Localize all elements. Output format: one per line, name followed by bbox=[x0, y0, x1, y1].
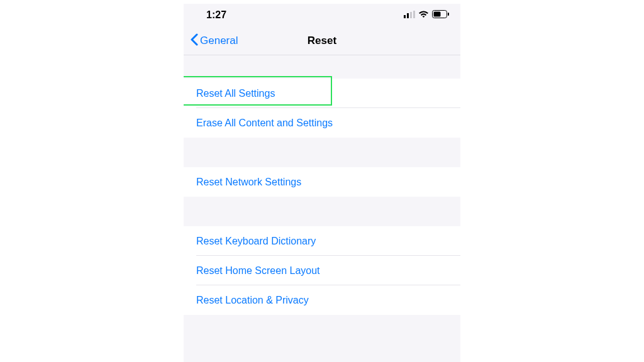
row-label: Reset Location & Privacy bbox=[196, 295, 309, 306]
row-label: Reset Keyboard Dictionary bbox=[196, 236, 316, 247]
cellular-icon bbox=[404, 9, 415, 21]
svg-rect-6 bbox=[448, 13, 449, 16]
back-button[interactable]: General bbox=[184, 33, 238, 49]
battery-icon bbox=[432, 9, 449, 21]
row-reset-all-settings[interactable]: Reset All Settings bbox=[184, 79, 460, 108]
row-erase-all-content[interactable]: Erase All Content and Settings bbox=[184, 108, 460, 138]
status-icons bbox=[404, 9, 449, 21]
svg-rect-1 bbox=[407, 13, 409, 18]
chevron-left-icon bbox=[190, 33, 198, 49]
status-time: 1:27 bbox=[206, 9, 226, 21]
settings-group: Reset Network Settings bbox=[184, 167, 460, 197]
settings-group: Reset Keyboard Dictionary Reset Home Scr… bbox=[184, 226, 460, 315]
svg-rect-2 bbox=[410, 12, 412, 18]
wifi-icon bbox=[418, 9, 429, 21]
row-label: Erase All Content and Settings bbox=[196, 118, 333, 129]
svg-rect-0 bbox=[404, 15, 406, 18]
settings-group: Reset All Settings Erase All Content and… bbox=[184, 79, 460, 138]
phone-screen: 1:27 bbox=[184, 4, 460, 362]
svg-rect-5 bbox=[434, 12, 441, 17]
section-spacer bbox=[184, 315, 460, 362]
row-label: Reset Network Settings bbox=[196, 177, 301, 188]
row-reset-home-screen[interactable]: Reset Home Screen Layout bbox=[184, 256, 460, 285]
nav-bar: General Reset bbox=[184, 26, 460, 55]
section-spacer bbox=[184, 138, 460, 167]
svg-rect-3 bbox=[413, 11, 415, 18]
status-bar: 1:27 bbox=[184, 4, 460, 26]
row-label: Reset Home Screen Layout bbox=[196, 265, 320, 277]
back-label: General bbox=[200, 35, 238, 47]
section-spacer bbox=[184, 55, 460, 79]
row-reset-location-privacy[interactable]: Reset Location & Privacy bbox=[184, 285, 460, 315]
row-reset-network[interactable]: Reset Network Settings bbox=[184, 167, 460, 197]
row-reset-keyboard[interactable]: Reset Keyboard Dictionary bbox=[184, 226, 460, 256]
row-label: Reset All Settings bbox=[196, 88, 275, 99]
page-title: Reset bbox=[308, 35, 336, 47]
section-spacer bbox=[184, 197, 460, 226]
